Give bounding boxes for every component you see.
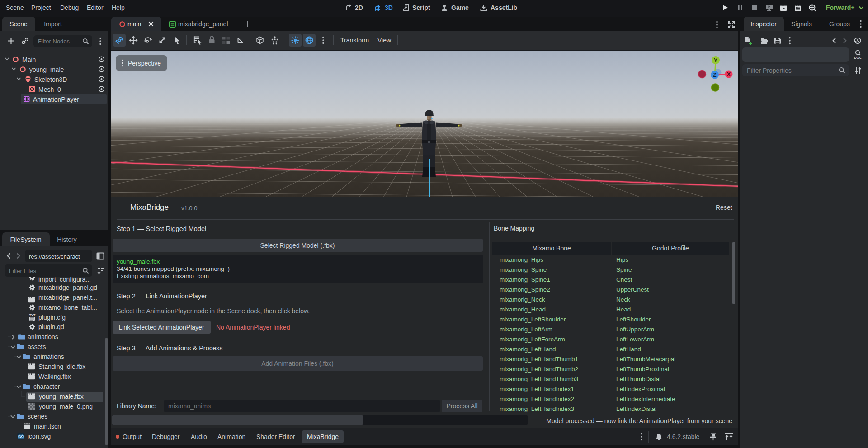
svg-text:mixamorig_LeftHandThumb1: mixamorig_LeftHandThumb1 — [500, 356, 578, 363]
svg-text:mixamorig_LeftHandIndex2: mixamorig_LeftHandIndex2 — [500, 396, 574, 402]
svg-text:main.tscn: main.tscn — [34, 423, 61, 430]
svg-text:mixamorig_LeftArm: mixamorig_LeftArm — [500, 326, 552, 333]
svg-text:mixamorig_LeftForeArm: mixamorig_LeftForeArm — [500, 336, 565, 343]
svg-text:Spine: Spine — [616, 266, 632, 273]
svg-text:Y: Y — [714, 57, 717, 64]
svg-text:LeftLowerArm: LeftLowerArm — [616, 336, 654, 343]
svg-text:animations: animations — [28, 333, 58, 340]
svg-text:mixamorig_LeftShoulder: mixamorig_LeftShoulder — [500, 316, 566, 323]
svg-text:X: X — [727, 71, 731, 78]
svg-text:plugin.cfg: plugin.cfg — [38, 314, 66, 321]
svg-text:TXT: TXT — [29, 313, 35, 317]
svg-text:LeftThumbProximal: LeftThumbProximal — [616, 366, 669, 373]
svg-text:LeftUpperArm: LeftUpperArm — [616, 326, 654, 333]
svg-text:LeftHand: LeftHand — [616, 346, 641, 353]
svg-text:Z: Z — [713, 72, 716, 78]
svg-text:mixamorig_LeftHand: mixamorig_LeftHand — [500, 346, 556, 353]
svg-text:mixamorig_Spine: mixamorig_Spine — [500, 266, 547, 273]
svg-text:mixamorig_Head: mixamorig_Head — [500, 306, 546, 313]
svg-text:LeftIndexDistal: LeftIndexDistal — [616, 406, 656, 412]
svg-text:DOC: DOC — [854, 56, 862, 60]
svg-text:mixabridge_panel.t...: mixabridge_panel.t... — [38, 294, 97, 301]
svg-text:LeftIndexIntermediate: LeftIndexIntermediate — [616, 396, 675, 402]
svg-text:mixamorig_Neck: mixamorig_Neck — [500, 296, 545, 303]
svg-text:LeftIndexProximal: LeftIndexProximal — [616, 386, 665, 392]
svg-text:young_male_0.png: young_male_0.png — [39, 403, 93, 410]
svg-text:scenes: scenes — [28, 413, 47, 420]
svg-text:mixamorig_Spine2: mixamorig_Spine2 — [500, 286, 550, 293]
svg-text:Chest: Chest — [616, 276, 632, 283]
svg-text:LeftThumbDistal: LeftThumbDistal — [616, 376, 660, 382]
svg-text:animations: animations — [33, 353, 64, 360]
svg-text:LeftThumbMetacarpal: LeftThumbMetacarpal — [616, 356, 675, 363]
svg-text:mixamorig_Hips: mixamorig_Hips — [500, 256, 543, 263]
svg-text:Standing Idle.fbx: Standing Idle.fbx — [38, 363, 85, 370]
svg-text:plugin.gd: plugin.gd — [38, 323, 64, 330]
svg-text:mixamorig_LeftHandIndex1: mixamorig_LeftHandIndex1 — [500, 386, 574, 392]
svg-text:Head: Head — [616, 306, 631, 313]
svg-text:mixamorig_LeftHandThumb3: mixamorig_LeftHandThumb3 — [500, 376, 578, 382]
svg-text:character: character — [33, 383, 60, 390]
svg-text:mixamorig_LeftHandThumb2: mixamorig_LeftHandThumb2 — [500, 366, 578, 373]
svg-text:young_male.fbx: young_male.fbx — [39, 393, 84, 400]
svg-text:Hips: Hips — [616, 256, 628, 263]
svg-text:mixamo_bone_tabl...: mixamo_bone_tabl... — [38, 304, 97, 311]
svg-text:UpperChest: UpperChest — [616, 286, 649, 293]
svg-text:import_configura...: import_configura... — [38, 277, 91, 283]
svg-text:mixamorig_Spine1: mixamorig_Spine1 — [500, 276, 550, 283]
svg-text:LeftShoulder: LeftShoulder — [616, 316, 651, 323]
svg-text:mixabridge_panel.gd: mixabridge_panel.gd — [38, 284, 97, 291]
svg-text:assets: assets — [28, 343, 46, 350]
svg-text:icon.svg: icon.svg — [28, 433, 51, 440]
svg-text:Walking.fbx: Walking.fbx — [38, 373, 71, 380]
svg-text:mixamorig_LeftHandIndex3: mixamorig_LeftHandIndex3 — [500, 406, 574, 412]
svg-text:Neck: Neck — [616, 296, 630, 303]
